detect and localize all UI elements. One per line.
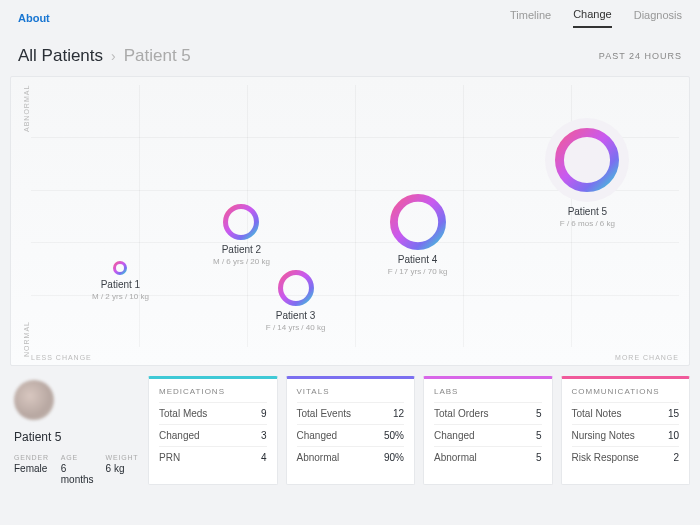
patient-node-meta: F / 17 yrs / 70 kg	[388, 267, 448, 276]
card-communications[interactable]: COMMUNICATIONSTotal Notes15Nursing Notes…	[561, 376, 691, 485]
chevron-right-icon: ›	[111, 48, 116, 64]
patient-node-meta: M / 2 yrs / 10 kg	[92, 292, 149, 301]
breadcrumb: All Patients › Patient 5	[18, 46, 191, 66]
card-row: Changed5	[434, 424, 542, 446]
tab-diagnosis[interactable]: Diagnosis	[634, 9, 682, 27]
timeframe-label: PAST 24 HOURS	[599, 51, 682, 61]
svg-point-0	[115, 262, 126, 273]
patient-node-name: Patient 3	[266, 310, 326, 321]
card-row: Abnormal90%	[297, 446, 405, 468]
detail-row: Patient 5 GENDERFemaleAGE6 monthsWEIGHT6…	[0, 366, 700, 485]
patient-node-name: Patient 2	[213, 244, 270, 255]
svg-point-3	[393, 198, 441, 246]
card-title: MEDICATIONS	[159, 387, 267, 396]
axis-y-top: ABNORMAL	[23, 85, 30, 132]
patient-node-meta: F / 6 mos / 6 kg	[545, 219, 629, 228]
card-title: COMMUNICATIONS	[572, 387, 680, 396]
patient-node-1[interactable]: Patient 1M / 2 yrs / 10 kg	[92, 261, 149, 301]
breadcrumb-all-patients[interactable]: All Patients	[18, 46, 103, 66]
svg-point-2	[280, 272, 311, 303]
tabs: TimelineChangeDiagnosis	[510, 8, 682, 28]
patient-node-meta: M / 6 yrs / 20 kg	[213, 257, 270, 266]
patient-stat-gender: GENDERFemale	[14, 454, 49, 485]
card-row: Total Meds9	[159, 402, 267, 424]
patient-node-name: Patient 5	[545, 206, 629, 217]
chart-panel: ABNORMAL NORMAL LESS CHANGE MORE CHANGE …	[10, 76, 690, 366]
patient-summary: Patient 5 GENDERFemaleAGE6 monthsWEIGHT6…	[10, 376, 140, 485]
patient-node-3[interactable]: Patient 3F / 14 yrs / 40 kg	[266, 270, 326, 332]
card-medications[interactable]: MEDICATIONSTotal Meds9Changed3PRN4	[148, 376, 278, 485]
card-vitals[interactable]: VITALSTotal Events12Changed50%Abnormal90…	[286, 376, 416, 485]
patient-stat-weight: WEIGHT6 kg	[106, 454, 139, 485]
topbar: About TimelineChangeDiagnosis	[0, 0, 700, 32]
breadcrumb-row: All Patients › Patient 5 PAST 24 HOURS	[0, 32, 700, 76]
card-row: Changed50%	[297, 424, 405, 446]
patient-node-2[interactable]: Patient 2M / 6 yrs / 20 kg	[213, 204, 270, 266]
patient-node-4[interactable]: Patient 4F / 17 yrs / 70 kg	[388, 194, 448, 276]
about-link[interactable]: About	[18, 12, 50, 24]
breadcrumb-current: Patient 5	[124, 46, 191, 66]
svg-point-1	[226, 206, 257, 237]
tab-timeline[interactable]: Timeline	[510, 9, 551, 27]
card-row: Abnormal5	[434, 446, 542, 468]
patient-name: Patient 5	[14, 430, 138, 444]
tab-change[interactable]: Change	[573, 8, 612, 28]
card-row: Total Orders5	[434, 402, 542, 424]
card-row: Changed3	[159, 424, 267, 446]
axis-y-bottom: NORMAL	[23, 321, 30, 357]
avatar	[14, 380, 54, 420]
card-row: Total Events12	[297, 402, 405, 424]
card-row: Total Notes15	[572, 402, 680, 424]
card-title: LABS	[434, 387, 542, 396]
axis-x-left: LESS CHANGE	[31, 354, 92, 361]
patient-node-name: Patient 1	[92, 279, 149, 290]
card-row: Risk Response2	[572, 446, 680, 468]
patient-stat-age: AGE6 months	[61, 454, 94, 485]
patient-node-meta: F / 14 yrs / 40 kg	[266, 323, 326, 332]
axis-x-right: MORE CHANGE	[615, 354, 679, 361]
card-title: VITALS	[297, 387, 405, 396]
patient-node-5[interactable]: Patient 5F / 6 mos / 6 kg	[545, 118, 629, 228]
patient-node-name: Patient 4	[388, 254, 448, 265]
card-row: PRN4	[159, 446, 267, 468]
card-row: Nursing Notes10	[572, 424, 680, 446]
card-labs[interactable]: LABSTotal Orders5Changed5Abnormal5	[423, 376, 553, 485]
